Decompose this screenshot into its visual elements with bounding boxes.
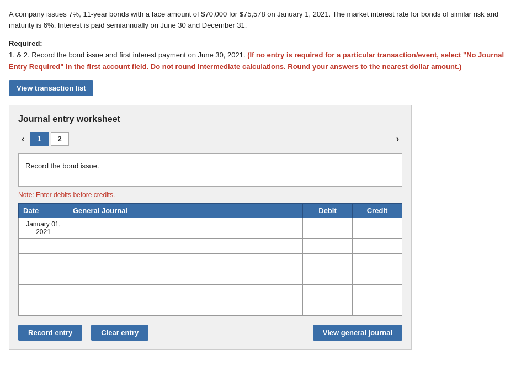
- credit-input-3[interactable]: [353, 254, 402, 269]
- record-entry-button[interactable]: Record entry: [18, 325, 82, 341]
- table-row: January 01,2021: [19, 218, 402, 239]
- date-cell-6: [19, 300, 68, 316]
- date-cell-4: [19, 269, 68, 285]
- tab-1[interactable]: 1: [30, 132, 48, 146]
- credit-cell-4[interactable]: [353, 269, 402, 285]
- debit-input-1[interactable]: [303, 218, 352, 238]
- journal-cell-1[interactable]: [68, 218, 303, 239]
- debit-cell-3[interactable]: [303, 254, 353, 269]
- view-general-journal-button[interactable]: View general journal: [313, 325, 402, 341]
- problem-description: A company issues 7%, 11-year bonds with …: [9, 9, 523, 30]
- table-row: [19, 285, 402, 300]
- header-date: Date: [19, 204, 68, 218]
- debit-cell-2[interactable]: [303, 239, 353, 254]
- credit-cell-6[interactable]: [353, 300, 402, 316]
- journal-cell-4[interactable]: [68, 269, 303, 285]
- journal-table: Date General Journal Debit Credit Januar…: [18, 203, 402, 316]
- instruction-box: Record the bond issue.: [18, 153, 402, 187]
- journal-cell-6[interactable]: [68, 300, 303, 316]
- table-row: [19, 239, 402, 254]
- credit-input-2[interactable]: [353, 239, 402, 253]
- journal-cell-3[interactable]: [68, 254, 303, 269]
- journal-input-6[interactable]: [68, 300, 302, 315]
- date-cell-1: January 01,2021: [19, 218, 68, 239]
- date-cell-5: [19, 285, 68, 300]
- required-instruction-plain: 1. & 2. Record the bond issue and first …: [9, 51, 246, 59]
- journal-input-1[interactable]: [68, 218, 302, 238]
- journal-input-5[interactable]: [68, 285, 302, 300]
- journal-cell-2[interactable]: [68, 239, 303, 254]
- debit-cell-6[interactable]: [303, 300, 353, 316]
- table-row: [19, 254, 402, 269]
- note-text: Note: Enter debits before credits.: [18, 191, 402, 199]
- date-cell-2: [19, 239, 68, 254]
- credit-cell-2[interactable]: [353, 239, 402, 254]
- next-tab-arrow[interactable]: ›: [393, 133, 402, 145]
- debit-input-5[interactable]: [303, 285, 352, 300]
- worksheet-instruction: Record the bond issue.: [25, 162, 99, 170]
- debit-input-3[interactable]: [303, 254, 352, 269]
- required-label: Required:: [9, 39, 42, 47]
- table-row: [19, 269, 402, 285]
- tab-navigation: ‹ 1 2 ›: [18, 132, 402, 146]
- tab-2[interactable]: 2: [51, 132, 69, 146]
- header-credit: Credit: [353, 204, 402, 218]
- bottom-buttons: Record entry Clear entry View general jo…: [18, 325, 402, 341]
- date-cell-3: [19, 254, 68, 269]
- credit-cell-1[interactable]: [353, 218, 402, 239]
- debit-cell-5[interactable]: [303, 285, 353, 300]
- credit-input-1[interactable]: [353, 218, 402, 238]
- debit-cell-4[interactable]: [303, 269, 353, 285]
- credit-cell-3[interactable]: [353, 254, 402, 269]
- journal-cell-5[interactable]: [68, 285, 303, 300]
- prev-tab-arrow[interactable]: ‹: [18, 133, 28, 145]
- credit-input-5[interactable]: [353, 285, 402, 300]
- credit-cell-5[interactable]: [353, 285, 402, 300]
- table-row: [19, 300, 402, 316]
- view-transaction-button[interactable]: View transaction list: [9, 80, 93, 96]
- clear-entry-button[interactable]: Clear entry: [91, 325, 148, 341]
- header-general-journal: General Journal: [68, 204, 303, 218]
- credit-input-6[interactable]: [353, 300, 402, 315]
- debit-input-2[interactable]: [303, 239, 352, 253]
- journal-input-2[interactable]: [68, 239, 302, 253]
- debit-cell-1[interactable]: [303, 218, 353, 239]
- journal-input-3[interactable]: [68, 254, 302, 269]
- journal-worksheet: Journal entry worksheet ‹ 1 2 › Record t…: [9, 105, 412, 350]
- header-debit: Debit: [303, 204, 353, 218]
- debit-input-4[interactable]: [303, 269, 352, 284]
- credit-input-4[interactable]: [353, 269, 402, 284]
- debit-input-6[interactable]: [303, 300, 352, 315]
- journal-input-4[interactable]: [68, 269, 302, 284]
- worksheet-title: Journal entry worksheet: [18, 114, 402, 124]
